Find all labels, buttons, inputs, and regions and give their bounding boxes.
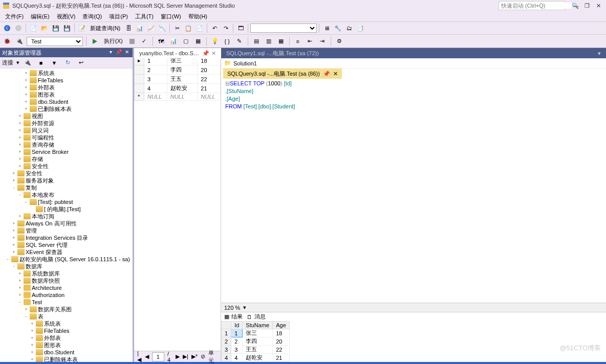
menu-edit[interactable]: 编辑(E) bbox=[28, 12, 53, 21]
expand-icon[interactable]: + bbox=[24, 105, 29, 112]
mdx-query-icon[interactable]: 📈 bbox=[146, 23, 156, 33]
expand-icon[interactable]: - bbox=[24, 198, 29, 206]
object-explorer-tree[interactable]: +系统表+FileTables+外部表+图形表+dbo.Student+已删除账… bbox=[0, 69, 133, 362]
tree-item[interactable]: +外部表 bbox=[1, 84, 132, 91]
tab-sqlquery1[interactable]: SQLQuery1.sql -...电脑.Test (sa (72)) bbox=[221, 48, 324, 58]
filter-icon[interactable]: ▼ bbox=[49, 58, 59, 68]
expand-icon[interactable]: + bbox=[11, 241, 16, 248]
expand-icon[interactable]: - bbox=[5, 256, 10, 263]
tree-item[interactable]: +系统表 bbox=[1, 70, 132, 77]
expand-icon[interactable]: - bbox=[17, 191, 23, 198]
tree-item[interactable]: -Test bbox=[1, 299, 132, 306]
menu-query[interactable]: 查询(Q) bbox=[79, 12, 105, 21]
expand-icon[interactable]: + bbox=[17, 277, 23, 284]
display-plan-icon[interactable]: 🗺 bbox=[156, 36, 166, 47]
file-tab-pin-icon[interactable]: 📌 bbox=[323, 71, 330, 77]
panel-menu-icon[interactable]: ▾ bbox=[107, 49, 114, 56]
as-query-icon[interactable]: 📊 bbox=[135, 23, 145, 33]
expand-icon[interactable]: - bbox=[17, 299, 23, 306]
maximize-button[interactable]: ❐ bbox=[581, 3, 593, 9]
tree-item[interactable]: +服务器对象 bbox=[1, 177, 132, 184]
menu-window[interactable]: 窗口(W) bbox=[158, 12, 184, 21]
nav-cancel-icon[interactable]: ⊘ bbox=[201, 353, 205, 360]
expand-icon[interactable]: + bbox=[24, 84, 29, 91]
tree-item[interactable]: -[Test]: pubtest bbox=[1, 198, 132, 206]
tree-item[interactable]: -本地发布 bbox=[1, 191, 132, 198]
expand-icon[interactable]: - bbox=[24, 313, 29, 320]
expand-icon[interactable]: + bbox=[17, 120, 23, 127]
execute-icon[interactable] bbox=[90, 36, 100, 47]
refresh-icon[interactable]: ↻ bbox=[62, 58, 73, 68]
expand-icon[interactable]: + bbox=[11, 220, 16, 227]
panel-close-icon[interactable]: ✕ bbox=[123, 49, 131, 56]
expand-icon[interactable]: - bbox=[11, 184, 16, 191]
expand-icon[interactable]: + bbox=[11, 234, 16, 241]
tree-item[interactable]: +系统数据库 bbox=[1, 270, 132, 277]
cut-icon[interactable]: ✂ bbox=[172, 23, 182, 33]
expand-icon[interactable]: + bbox=[30, 327, 35, 334]
tree-item[interactable]: +FileTables bbox=[1, 327, 132, 334]
tree-item[interactable]: +图形表 bbox=[1, 342, 132, 349]
connect-icon[interactable]: 🔌 bbox=[14, 36, 25, 47]
open-icon[interactable]: 📂 bbox=[39, 23, 50, 33]
zoom-dropdown-icon[interactable]: ▾ bbox=[243, 304, 246, 311]
new-query-icon[interactable]: 📝 bbox=[77, 23, 87, 33]
uncomment-icon[interactable]: ▥ bbox=[264, 36, 274, 47]
tree-item[interactable]: +管理 bbox=[1, 227, 132, 234]
menu-view[interactable]: 视图(V) bbox=[54, 12, 79, 21]
new-query-button[interactable]: 新建查询(N) bbox=[88, 25, 122, 32]
surround-icon[interactable]: { } bbox=[222, 36, 232, 47]
expand-icon[interactable]: + bbox=[17, 291, 23, 299]
activity-monitor-icon[interactable]: 🖥 bbox=[321, 23, 332, 33]
minimize-button[interactable]: — bbox=[570, 3, 581, 9]
expand-icon[interactable]: + bbox=[17, 127, 23, 134]
tree-item[interactable]: -数据库 bbox=[1, 263, 132, 270]
expand-icon[interactable]: + bbox=[17, 284, 23, 291]
tree-item[interactable]: +图形表 bbox=[1, 91, 132, 98]
tree-item[interactable]: +本地订阅 bbox=[1, 213, 132, 220]
menu-project[interactable]: 项目(P) bbox=[106, 12, 131, 21]
quick-launch-input[interactable] bbox=[501, 3, 572, 9]
expand-icon[interactable]: + bbox=[30, 320, 35, 327]
results-grid-icon[interactable]: ▦ bbox=[193, 36, 203, 47]
tree-item[interactable]: +已删除账本表 bbox=[1, 105, 132, 112]
tree-item[interactable]: +安全性 bbox=[1, 170, 132, 177]
tree-item[interactable]: -表 bbox=[1, 313, 132, 320]
tree-item[interactable]: +已删除账本表 bbox=[1, 356, 132, 362]
tree-item[interactable]: +查询存储 bbox=[1, 141, 132, 148]
specify-values-icon[interactable]: ≡ bbox=[293, 36, 303, 47]
tree-item[interactable]: +dbo.Student bbox=[1, 98, 132, 105]
expand-icon[interactable]: + bbox=[11, 177, 16, 184]
nav-last-icon[interactable]: ▶| bbox=[183, 353, 188, 360]
expand-icon[interactable]: + bbox=[24, 306, 29, 313]
indent2-icon[interactable]: ⇥ bbox=[317, 36, 328, 47]
close-button[interactable]: ✕ bbox=[593, 3, 604, 9]
tree-item[interactable]: +Service Broker bbox=[1, 148, 132, 155]
tree-item[interactable]: +外部资源 bbox=[1, 120, 132, 127]
undo-icon[interactable]: ↶ bbox=[209, 23, 220, 33]
outdent-icon[interactable]: ⇤ bbox=[305, 36, 315, 47]
new-project-icon[interactable]: 📄 bbox=[28, 23, 38, 33]
stop2-icon[interactable]: ■ bbox=[36, 58, 46, 68]
expand-icon[interactable]: + bbox=[17, 134, 23, 141]
expand-icon[interactable]: + bbox=[30, 334, 35, 342]
tree-item[interactable]: +外部表 bbox=[1, 334, 132, 342]
db-engine-query-icon[interactable]: 🗄 bbox=[123, 23, 134, 33]
file-tab-close-icon[interactable]: ✕ bbox=[333, 71, 338, 77]
tree-item[interactable]: -赵乾安的电脑 (SQL Server 16.0.1115.1 - sa) bbox=[1, 256, 132, 263]
redo-icon[interactable]: ↷ bbox=[221, 23, 231, 33]
properties-icon[interactable]: 🗔 bbox=[235, 23, 246, 33]
tree-item[interactable]: +可编程性 bbox=[1, 134, 132, 141]
sqlcmd-icon[interactable]: ⚙ bbox=[334, 36, 344, 47]
panel-pin-icon[interactable]: 📌 bbox=[115, 49, 122, 56]
expand-icon[interactable]: + bbox=[11, 227, 16, 234]
expand-icon[interactable]: + bbox=[17, 112, 23, 120]
tree-item[interactable]: +数据库关系图 bbox=[1, 306, 132, 313]
expand-icon[interactable]: + bbox=[30, 349, 35, 356]
zoom-level[interactable]: 120 % bbox=[224, 305, 240, 311]
copy-icon[interactable]: 📋 bbox=[183, 23, 193, 33]
tab-pin-icon[interactable]: 📌 bbox=[202, 50, 209, 57]
results-tab[interactable]: ▦结果 bbox=[224, 312, 243, 321]
tree-item[interactable]: [ 的电脑].[Test] bbox=[1, 206, 132, 213]
solution-name[interactable]: Solution1 bbox=[233, 60, 257, 66]
